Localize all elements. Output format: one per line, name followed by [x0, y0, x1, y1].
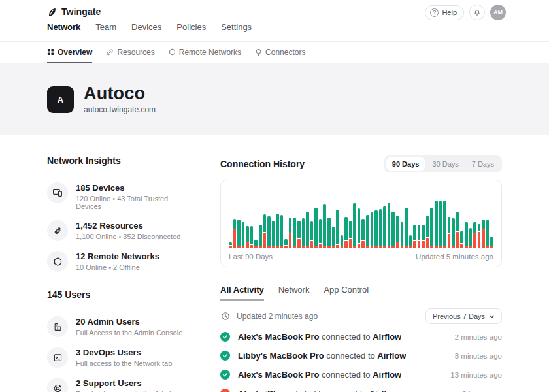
chart-bar[interactable] [443, 189, 446, 248]
activity-row[interactable]: Libby's MacBook Pro connected to Airflow… [220, 346, 502, 365]
tab-network[interactable]: Network [278, 285, 310, 301]
chart-bar[interactable] [448, 189, 451, 248]
chart-bar[interactable] [327, 189, 331, 248]
chart-bar[interactable] [478, 189, 481, 248]
chart-bar[interactable] [229, 189, 232, 248]
range-30-days[interactable]: 30 Days [425, 157, 465, 171]
twingate-logo-icon [47, 7, 57, 17]
chart-bar[interactable] [435, 189, 438, 248]
stat-remote-networks[interactable]: 12 Remote Networks 10 Online • 2 Offline [47, 251, 188, 272]
chart-bar[interactable] [284, 189, 288, 248]
chart-bar[interactable] [371, 189, 374, 248]
nav-item-network[interactable]: Network [47, 22, 80, 32]
chart-bar[interactable] [246, 189, 249, 248]
range-7-days[interactable]: 7 Days [465, 157, 501, 171]
chart-bar[interactable] [344, 189, 348, 248]
circle-icon [169, 48, 176, 56]
chart-bar[interactable] [302, 189, 305, 248]
right-column: Connection History 90 Days 30 Days 7 Day… [220, 155, 502, 392]
chart-bar[interactable] [349, 189, 352, 248]
chart-bar[interactable] [452, 189, 455, 248]
chart-bar[interactable] [401, 189, 404, 248]
activity-device: Alex's MacBook Pro [238, 332, 319, 342]
chart-bar[interactable] [237, 189, 241, 248]
chart-bar[interactable] [430, 189, 433, 248]
stat-admin-users[interactable]: 20 Admin Users Full Access to the Admin … [47, 316, 188, 337]
chart-bar[interactable] [391, 189, 395, 248]
chart-bar[interactable] [482, 189, 485, 248]
chart-bar[interactable] [374, 189, 378, 248]
notifications-button[interactable] [469, 5, 485, 20]
chart-bar[interactable] [276, 189, 279, 248]
chart-bar[interactable] [336, 189, 339, 248]
chart-bar[interactable] [439, 189, 442, 248]
tab-app-control[interactable]: App Control [324, 285, 369, 301]
chart-bar[interactable] [289, 189, 292, 248]
chart-bar[interactable] [456, 189, 459, 248]
chart-bar[interactable] [460, 189, 463, 248]
stat-support-users[interactable]: 2 Support Users Read-only access to the … [47, 378, 188, 392]
activity-row[interactable]: Alex's iPhone failed to connect to Airfl… [220, 384, 502, 392]
chart-bar[interactable] [250, 189, 254, 248]
chart-bar[interactable] [426, 189, 429, 248]
subnav-item-resources[interactable]: Resources [106, 42, 154, 63]
chart-bar[interactable] [383, 189, 386, 248]
chart-bar[interactable] [242, 189, 245, 248]
chart-bar[interactable] [254, 189, 258, 248]
subnav-item-overview[interactable]: Overview [47, 42, 92, 63]
chart-bar[interactable] [469, 189, 473, 248]
chart-bar[interactable] [259, 189, 262, 248]
chart-bar[interactable] [405, 189, 408, 248]
stat-title: 185 Devices [76, 182, 188, 193]
chart-bar[interactable] [486, 189, 490, 248]
range-90-days[interactable]: 90 Days [386, 157, 426, 171]
filter-label: Previous 7 Days [433, 312, 485, 320]
nav-item-team[interactable]: Team [95, 22, 116, 32]
chart-bar[interactable] [388, 189, 391, 248]
user-avatar[interactable]: AM [490, 5, 506, 20]
chart-bar[interactable] [473, 189, 476, 248]
subnav-label: Overview [58, 48, 92, 57]
chart-bar[interactable] [280, 189, 284, 248]
stat-devices[interactable]: 185 Devices 120 Online • 43 Total Truste… [47, 182, 188, 210]
chart-bar[interactable] [323, 189, 326, 248]
activity-row[interactable]: Alex's MacBook Pro connected to Airflow … [220, 365, 502, 384]
chart-bar[interactable] [396, 189, 399, 248]
chart-bar[interactable] [263, 189, 267, 248]
chart-bar[interactable] [306, 189, 309, 248]
chart-bar[interactable] [297, 189, 301, 248]
paperclip-icon [47, 220, 68, 241]
chart-bar[interactable] [353, 189, 356, 248]
stat-resources[interactable]: 1,452 Resources 1,100 Online • 352 Disco… [47, 220, 188, 241]
nav-item-devices[interactable]: Devices [131, 22, 161, 32]
chart-bar[interactable] [332, 189, 335, 248]
subnav-item-connectors[interactable]: Connectors [255, 42, 305, 63]
chart-bar[interactable] [490, 189, 493, 248]
chart-bar[interactable] [267, 189, 271, 248]
chart-bar[interactable] [319, 189, 322, 248]
chevron-down-icon [489, 314, 495, 319]
stat-devops-users[interactable]: 3 DevOps Users Full access to the Networ… [47, 347, 188, 368]
chart-bar[interactable] [293, 189, 296, 248]
chart-bar[interactable] [358, 189, 361, 248]
chart-bar[interactable] [233, 189, 237, 248]
nav-item-settings[interactable]: Settings [221, 22, 252, 32]
chart-bar[interactable] [409, 189, 412, 248]
activity-row[interactable]: Alex's MacBook Pro connected to Airflow … [220, 327, 502, 346]
tab-all-activity[interactable]: All Activity [220, 285, 264, 301]
help-button[interactable]: ? Help [425, 5, 464, 20]
chart-bar[interactable] [366, 189, 369, 248]
subnav-item-remote-networks[interactable]: Remote Networks [169, 42, 241, 63]
nav-item-policies[interactable]: Policies [176, 22, 206, 32]
chart-bar[interactable] [465, 189, 468, 248]
chart-bar[interactable] [422, 189, 425, 248]
chart-bar[interactable] [272, 189, 275, 248]
chart-bar[interactable] [418, 189, 421, 248]
chart-bar[interactable] [413, 189, 416, 248]
chart-bar[interactable] [361, 189, 365, 248]
chart-bar[interactable] [379, 189, 382, 248]
chart-bar[interactable] [341, 189, 344, 248]
chart-bar[interactable] [310, 189, 314, 248]
previous-7-days-dropdown[interactable]: Previous 7 Days [425, 308, 502, 324]
chart-bar[interactable] [314, 189, 318, 248]
